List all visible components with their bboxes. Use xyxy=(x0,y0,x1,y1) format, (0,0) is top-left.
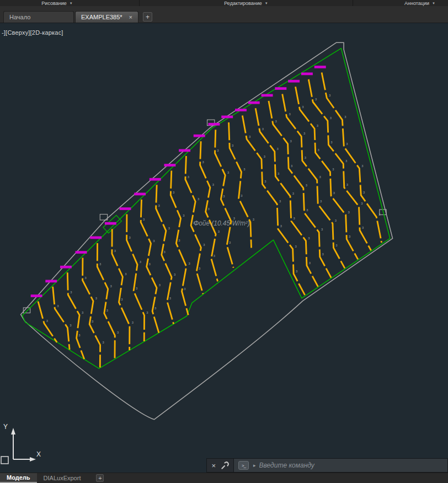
wall-luminaire[interactable] xyxy=(314,66,326,68)
close-icon[interactable]: × xyxy=(211,462,216,469)
wall-luminaire[interactable] xyxy=(194,135,205,137)
luminaire-mark: 3 xyxy=(241,194,242,197)
command-prompt-icon[interactable]: >_ xyxy=(238,461,249,470)
luminaire-mark: 3 xyxy=(178,239,180,242)
luminaire-row[interactable] xyxy=(295,87,358,259)
luminaire-mark: 3 xyxy=(293,217,295,220)
wall-luminaire[interactable] xyxy=(120,207,131,210)
luminaire-mark: 3 xyxy=(84,276,86,280)
ribbon-panel-draw[interactable]: Рисование ▼ xyxy=(0,0,140,6)
wall-luminaire[interactable] xyxy=(301,72,313,75)
file-tab-start-label: Начало xyxy=(9,14,30,20)
new-file-tab-button[interactable]: + xyxy=(143,12,152,22)
file-tab-start[interactable]: Начало xyxy=(3,11,74,23)
ribbon-panel-annotate[interactable]: Аннотации ▼ xyxy=(353,0,448,6)
luminaire-mark: 3 xyxy=(57,304,58,308)
luminaire-mark: 3 xyxy=(361,202,362,206)
drawing-canvas[interactable]: -][Сверху][2D-каркас] 333333333333333333… xyxy=(0,23,448,483)
luminaire-mark: 3 xyxy=(295,245,296,248)
wall-luminaire[interactable] xyxy=(248,101,260,104)
luminaire-mark: 3 xyxy=(140,260,141,264)
luminaire-row[interactable] xyxy=(322,72,382,242)
luminaire-mark: 3 xyxy=(346,183,348,186)
wall-luminaire[interactable] xyxy=(45,280,57,283)
luminaire-row[interactable] xyxy=(127,214,145,341)
luminaire-mark: 3 xyxy=(203,243,205,246)
luminaire-row[interactable] xyxy=(282,94,345,269)
luminaire-mark: 3 xyxy=(309,261,311,265)
wall-luminaire[interactable] xyxy=(105,222,116,225)
luminaire-mark: 3 xyxy=(264,155,265,158)
wall-luminaire[interactable] xyxy=(76,251,87,254)
luminaire-mark: 3 xyxy=(306,208,308,212)
luminaire-mark: 3 xyxy=(223,195,225,198)
luminaire-mark: 3 xyxy=(321,228,323,231)
luminaire-mark: 3 xyxy=(158,204,159,207)
luminaire-mark: 3 xyxy=(378,213,380,216)
luminaire-mark: 3 xyxy=(159,283,161,287)
luminaire-mark: 3 xyxy=(174,273,175,276)
model-space[interactable]: 3333333333333333333333333333333333333333… xyxy=(0,23,448,483)
luminaire-mark: 3 xyxy=(188,175,189,179)
luminaire-mark: 3 xyxy=(317,148,319,152)
wall-luminaire[interactable] xyxy=(164,164,175,167)
wall-luminaire[interactable] xyxy=(31,294,42,297)
wall-luminaire[interactable] xyxy=(60,266,72,269)
prompt-arrow-icon: ▸ xyxy=(253,463,256,468)
luminaire-mark: 3 xyxy=(290,139,291,143)
luminaire-mark: 3 xyxy=(189,262,190,265)
luminaire-mark: 3 xyxy=(249,135,250,138)
viewport-controls[interactable]: -][Сверху][2D-каркас] xyxy=(2,29,63,36)
ribbon-panel-modify[interactable]: Редактирование ▼ xyxy=(140,0,353,6)
luminaire-mark: 3 xyxy=(46,319,48,323)
luminaire-mark: 3 xyxy=(217,149,218,152)
luminaire-mark: 3 xyxy=(329,94,330,97)
luminaire-mark: 3 xyxy=(117,331,119,334)
wall-luminaire[interactable] xyxy=(288,80,300,83)
command-input[interactable] xyxy=(259,461,447,469)
file-tab-example385-label: EXAMPLE385* xyxy=(81,14,122,20)
luminaire-mark: 3 xyxy=(335,219,337,222)
new-layout-button[interactable]: + xyxy=(96,474,104,482)
wall-luminaire[interactable] xyxy=(150,178,161,181)
wall-luminaire[interactable] xyxy=(235,109,247,111)
luminaire-mark: 3 xyxy=(305,156,306,159)
luminaire-mark: 3 xyxy=(110,285,111,288)
luminaire-row[interactable] xyxy=(83,258,100,368)
luminaire-mark: 3 xyxy=(148,262,150,266)
tab-model[interactable]: Модель xyxy=(0,473,37,483)
luminaire-mark: 3 xyxy=(114,249,116,253)
ucs-icon[interactable]: Y X xyxy=(0,420,50,467)
luminaire-row[interactable] xyxy=(255,108,318,287)
luminaire-row[interactable] xyxy=(97,243,115,359)
luminaire-row[interactable] xyxy=(112,229,130,350)
wall-luminaire[interactable] xyxy=(221,116,233,119)
luminaire-row[interactable] xyxy=(242,116,305,296)
room-label[interactable]: Фойе (10.45 W/m²) xyxy=(194,219,250,227)
wall-luminaire[interactable] xyxy=(179,149,190,152)
luminaire-mark: 3 xyxy=(296,270,297,273)
luminaire-mark: 3 xyxy=(277,147,279,151)
command-input-area[interactable]: >_ ▸ xyxy=(234,458,448,473)
wall-luminaire[interactable] xyxy=(275,87,286,90)
ribbon-panel-modify-label: Редактирование xyxy=(224,1,262,6)
luminaire-mark: 3 xyxy=(253,218,254,221)
luminaire-row[interactable] xyxy=(269,101,331,278)
wall-luminaire[interactable] xyxy=(134,193,146,196)
luminaire-mark: 3 xyxy=(363,191,365,194)
luminaire-mark: 3 xyxy=(332,168,334,171)
luminaire-mark: 3 xyxy=(279,200,281,203)
luminaire-mark: 3 xyxy=(317,124,318,127)
wall-luminaire[interactable] xyxy=(262,94,273,97)
luminaire-mark: 3 xyxy=(361,164,363,168)
building-outline[interactable] xyxy=(21,42,393,420)
tab-dialuxexport[interactable]: DIALuxExport xyxy=(37,473,88,483)
luminaire-mark: 3 xyxy=(330,141,332,144)
file-tab-bar: Начало EXAMPLE385* × + xyxy=(0,6,448,23)
close-icon[interactable]: × xyxy=(129,14,132,20)
luminaire-mark: 3 xyxy=(308,237,310,240)
wrench-icon[interactable] xyxy=(221,461,229,470)
wall-luminaire[interactable] xyxy=(208,123,220,126)
wall-luminaire[interactable] xyxy=(90,237,102,239)
file-tab-example385[interactable]: EXAMPLE385* × xyxy=(75,11,138,23)
